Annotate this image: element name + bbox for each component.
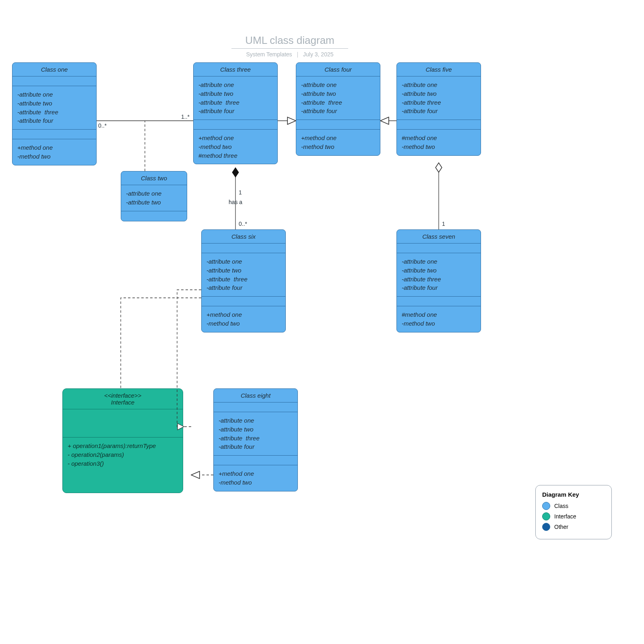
class-one-methods: +method one -method two: [12, 139, 96, 165]
diagram-key: Diagram Key Class Interface Other: [535, 485, 612, 539]
class-seven-name: Class seven: [397, 230, 481, 244]
class-swatch-icon: [542, 502, 550, 510]
class-six-attrs: -attribute one -attribute two -attribute…: [202, 253, 285, 297]
class-two-attrs: -attribute one -attribute two: [121, 185, 187, 211]
class-three-methods: +method one -method two #method three: [194, 130, 277, 164]
interface-stereotype: <<interface>>: [65, 392, 180, 399]
class-five-box[interactable]: Class five -attribute one -attribute two…: [396, 62, 481, 156]
interface-swatch-icon: [542, 512, 550, 520]
class-four-name: Class four: [296, 63, 380, 76]
class-four-box[interactable]: Class four -attribute one -attribute two…: [296, 62, 380, 156]
class-six-blank2: [202, 297, 285, 306]
class-seven-box[interactable]: Class seven -attribute one -attribute tw…: [396, 229, 481, 332]
class-six-name: Class six: [202, 230, 285, 244]
class-eight-name: Class eight: [214, 389, 297, 402]
interface-name: Interface: [65, 399, 180, 406]
class-five-name: Class five: [397, 63, 481, 76]
class-one-blank: [12, 76, 96, 86]
class-one-box[interactable]: Class one -attribute one -attribute two …: [12, 62, 97, 165]
interface-header: <<interface>> Interface: [63, 389, 183, 409]
comp-mult-top: 1: [239, 189, 242, 196]
interface-ops: + operation1(params):returnType - operat…: [63, 438, 183, 472]
class-seven-methods: #method one -method two: [397, 306, 481, 332]
class-four-blank: [296, 120, 380, 130]
class-two-name: Class two: [121, 171, 187, 185]
interface-blank: [63, 409, 183, 438]
comp-mult-bot: 0..*: [239, 221, 247, 227]
class-eight-box[interactable]: Class eight -attribute one -attribute tw…: [213, 388, 298, 491]
legend-title: Diagram Key: [542, 491, 605, 498]
class-four-methods: +method one -method two: [296, 130, 380, 155]
class-six-methods: +method one -method two: [202, 306, 285, 332]
class-three-box[interactable]: Class three -attribute one -attribute tw…: [193, 62, 278, 164]
class-five-blank: [397, 120, 481, 130]
class-one-attrs: -attribute one -attribute two -attribute…: [12, 86, 96, 130]
class-three-name: Class three: [194, 63, 277, 76]
class-three-blank: [194, 120, 277, 130]
class-eight-attrs: -attribute one -attribute two -attribute…: [214, 412, 297, 456]
class-one-name: Class one: [12, 63, 96, 76]
comp-rel-label: has a: [227, 199, 244, 205]
class-five-attrs: -attribute one -attribute two -attribute…: [397, 76, 481, 120]
class-eight-methods: +method one -method two: [214, 465, 297, 491]
class-two-box[interactable]: Class two -attribute one -attribute two: [121, 171, 187, 221]
class-six-box[interactable]: Class six -attribute one -attribute two …: [201, 229, 286, 332]
legend-label-interface: Interface: [554, 513, 576, 520]
class-three-attrs: -attribute one -attribute two -attribute…: [194, 76, 277, 120]
class-one-blank2: [12, 130, 96, 139]
class-two-blank: [121, 211, 187, 221]
other-swatch-icon: [542, 523, 550, 531]
assoc-mult-right: 1..*: [181, 114, 190, 120]
class-five-methods: #method one -method two: [397, 130, 481, 155]
class-seven-blank2: [397, 297, 481, 306]
class-six-blank: [202, 244, 285, 253]
interface-box[interactable]: <<interface>> Interface + operation1(par…: [62, 388, 183, 493]
class-four-attrs: -attribute one -attribute two -attribute…: [296, 76, 380, 120]
legend-label-class: Class: [554, 503, 568, 509]
legend-row-other: Other: [542, 523, 605, 531]
class-seven-attrs: -attribute one -attribute two -attribute…: [397, 253, 481, 297]
class-eight-blank: [214, 402, 297, 412]
legend-row-class: Class: [542, 502, 605, 510]
class-eight-blank2: [214, 456, 297, 465]
assoc-mult-left: 0..*: [98, 122, 107, 129]
legend-row-interface: Interface: [542, 512, 605, 520]
legend-label-other: Other: [554, 524, 568, 530]
class-seven-blank: [397, 244, 481, 253]
diagram-canvas: Class one -attribute one -attribute two …: [0, 0, 644, 644]
agg-mult-bot: 1: [442, 221, 445, 227]
